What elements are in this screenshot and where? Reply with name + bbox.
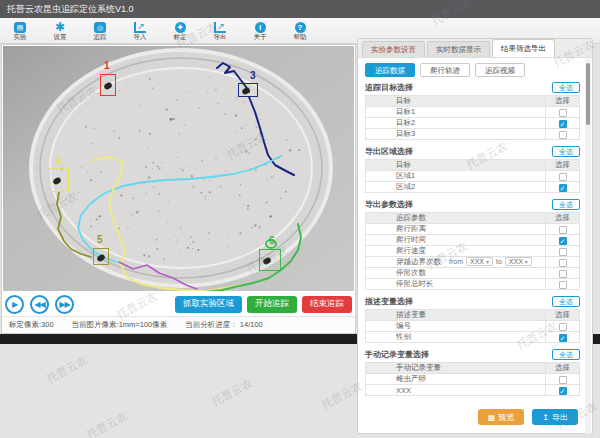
status-bar: 标定像素:300 当前图片像素:1mm=100像素 当前分析进度： 14/100 bbox=[2, 316, 355, 333]
panel-scrollbar[interactable] bbox=[585, 59, 591, 434]
table-row: 爬行速度 bbox=[366, 246, 580, 257]
section-title: 手动记录变量选择 bbox=[365, 349, 429, 360]
toolbar-item-experiment[interactable]: ▤实验 bbox=[0, 18, 40, 44]
row-checkbox[interactable]: ✓ bbox=[559, 237, 567, 245]
toolbar-item-import[interactable]: ↗导入 bbox=[120, 18, 160, 44]
row-label: 爬行时间 bbox=[396, 235, 426, 244]
toolbar-item-label: 关于 bbox=[254, 34, 267, 40]
to-label: to bbox=[496, 258, 502, 265]
column-header: 目标 bbox=[366, 96, 546, 107]
chevron-down-icon: ▾ bbox=[486, 259, 489, 265]
playback-controls: ▶ ◀◀ ▶▶ 抓取实验区域 开始追踪 结束追踪 bbox=[2, 292, 355, 316]
row-checkbox[interactable] bbox=[559, 376, 567, 384]
row-checkbox[interactable] bbox=[559, 248, 567, 256]
tab-3[interactable]: 结果筛选导出 bbox=[492, 39, 555, 57]
from-label: from bbox=[449, 258, 463, 265]
column-header: 追踪参数 bbox=[366, 213, 546, 224]
target-box-4 bbox=[49, 168, 69, 192]
subtab-3[interactable]: 追踪视频 bbox=[475, 63, 525, 77]
play-button[interactable]: ▶ bbox=[5, 295, 24, 314]
target-box-1 bbox=[100, 74, 116, 96]
to-select[interactable]: XXX ▾ bbox=[505, 257, 532, 266]
insect-blob bbox=[96, 253, 106, 262]
row-checkbox[interactable] bbox=[559, 270, 567, 278]
select-all-button[interactable]: 全选 bbox=[552, 146, 580, 157]
row-checkbox[interactable] bbox=[559, 259, 567, 267]
row-checkbox[interactable] bbox=[559, 226, 567, 234]
select-all-button[interactable]: 全选 bbox=[552, 296, 580, 307]
video-view[interactable]: 13456 bbox=[3, 46, 354, 291]
toolbar-item-tracking[interactable]: ◎追踪 bbox=[80, 18, 120, 44]
toolbar-item-label: 导入 bbox=[134, 34, 147, 40]
section-title: 描述变量选择 bbox=[365, 296, 413, 307]
watermark-text: 托普云农 bbox=[44, 353, 90, 387]
row-checkbox[interactable] bbox=[559, 323, 567, 331]
target-label-3: 3 bbox=[250, 71, 256, 81]
row-checkbox[interactable] bbox=[559, 173, 567, 181]
insect-blob bbox=[241, 86, 251, 95]
row-checkbox[interactable] bbox=[559, 131, 567, 139]
toolbar-item-about[interactable]: i关于 bbox=[240, 18, 280, 44]
subtab-1[interactable]: 追踪数据 bbox=[365, 63, 415, 77]
table-row: 性别✓ bbox=[366, 332, 580, 343]
column-header: 选择 bbox=[546, 363, 580, 374]
target-label-5: 5 bbox=[97, 235, 103, 245]
next-frame-button[interactable]: ▶▶ bbox=[55, 295, 74, 314]
toolbar-item-calibrate[interactable]: ✦标定 bbox=[160, 18, 200, 44]
select-all-button[interactable]: 全选 bbox=[552, 199, 580, 210]
settings-panel: 实验参数设置实时数据显示结果筛选导出 追踪数据爬行轨迹追踪视频 追踪目标选择全选… bbox=[357, 38, 593, 434]
scrollbar-thumb[interactable] bbox=[586, 63, 590, 125]
select-all-button[interactable]: 全选 bbox=[552, 349, 580, 360]
row-checkbox[interactable]: ✓ bbox=[559, 387, 567, 395]
toolbar-item-settings[interactable]: ✱设置 bbox=[40, 18, 80, 44]
subtab-2[interactable]: 爬行轨迹 bbox=[420, 63, 470, 77]
row-label: 爬行速度 bbox=[396, 246, 426, 255]
panel-footer: ▦ 预览 ↥ 导出 bbox=[478, 409, 578, 425]
upload-icon: ↥ bbox=[542, 413, 549, 422]
row-checkbox[interactable]: ✓ bbox=[559, 120, 567, 128]
row-label: 停留总时长 bbox=[396, 279, 434, 288]
table-row: XXX✓ bbox=[366, 385, 580, 396]
toolbar-item-help[interactable]: ?帮助 bbox=[280, 18, 320, 44]
from-select[interactable]: XXX ▾ bbox=[466, 257, 493, 266]
section-title: 导出参数选择 bbox=[365, 199, 413, 210]
chevron-down-icon: ▾ bbox=[525, 259, 528, 265]
table-row: 停留次数 bbox=[366, 268, 580, 279]
row-label: 目标1 bbox=[396, 107, 415, 116]
export-icon: ↗ bbox=[214, 22, 226, 33]
row-label: 目标3 bbox=[396, 129, 415, 138]
column-header: 目标 bbox=[366, 160, 546, 171]
target-box-5 bbox=[93, 248, 109, 265]
export-button[interactable]: ↥ 导出 bbox=[532, 409, 578, 425]
row-checkbox[interactable] bbox=[559, 109, 567, 117]
column-header: 手动记录变量 bbox=[366, 363, 546, 374]
start-tracking-button[interactable]: 开始追踪 bbox=[247, 296, 297, 313]
target-box-3 bbox=[238, 83, 258, 97]
panel-subtabs: 追踪数据爬行轨迹追踪视频 bbox=[365, 63, 580, 77]
row-label: 目标2 bbox=[396, 118, 415, 127]
toolbar-item-export[interactable]: ↗导出 bbox=[200, 18, 240, 44]
insect-blob bbox=[262, 256, 272, 265]
select-all-button[interactable]: 全选 bbox=[552, 82, 580, 93]
row-checkbox[interactable]: ✓ bbox=[559, 334, 567, 342]
calibrate-icon: ✦ bbox=[175, 22, 186, 33]
capture-area-button[interactable]: 抓取实验区域 bbox=[175, 296, 242, 313]
table-row: 停留总时长 bbox=[366, 279, 580, 290]
target-box-6 bbox=[259, 249, 281, 271]
prev-frame-button[interactable]: ◀◀ bbox=[30, 295, 49, 314]
stop-tracking-button[interactable]: 结束追踪 bbox=[302, 296, 352, 313]
table-row: 目标3 bbox=[366, 129, 580, 140]
row-checkbox[interactable] bbox=[559, 281, 567, 289]
tab-2[interactable]: 实时数据显示 bbox=[427, 41, 490, 57]
target-label-1: 1 bbox=[104, 61, 110, 71]
panel-body: 追踪数据爬行轨迹追踪视频 追踪目标选择全选目标选择目标1目标2✓目标3导出区域选… bbox=[358, 58, 592, 435]
row-label: 编号 bbox=[396, 321, 411, 330]
toolbar-item-label: 设置 bbox=[54, 34, 67, 40]
row-checkbox[interactable]: ✓ bbox=[559, 184, 567, 192]
preview-button[interactable]: ▦ 预览 bbox=[478, 409, 525, 425]
table-row: 爬行距离 bbox=[366, 224, 580, 235]
table-row: 穿越边界次数fromXXX ▾toXXX ▾ bbox=[366, 257, 580, 268]
video-panel: 13456 ▶ ◀◀ ▶▶ 抓取实验区域 开始追踪 结束追踪 标定像素:300 … bbox=[1, 44, 356, 334]
calibrated-pixels-status: 标定像素:300 bbox=[9, 320, 54, 330]
tab-1[interactable]: 实验参数设置 bbox=[362, 41, 425, 57]
